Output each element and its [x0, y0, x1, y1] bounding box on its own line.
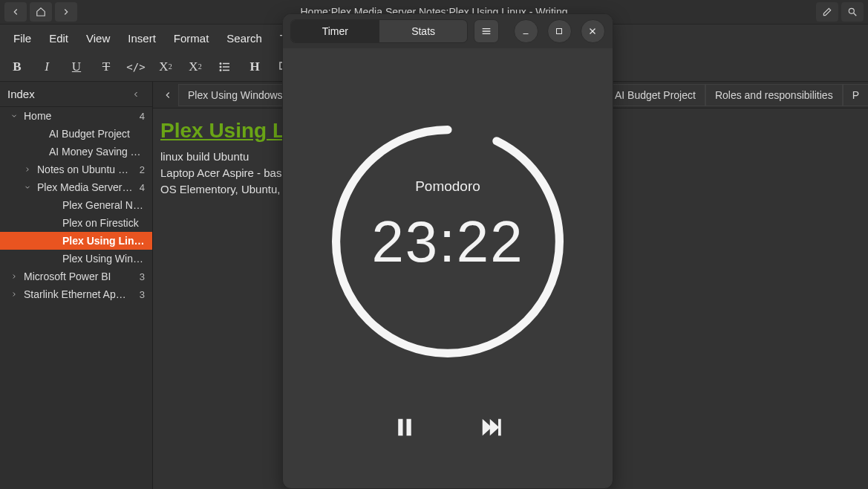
tree-label: Home: [24, 110, 135, 122]
tree-label: Microsoft Power BI: [24, 271, 135, 282]
nav-home-button[interactable]: [30, 2, 52, 22]
hamburger-button[interactable]: [474, 19, 498, 43]
tree-label: AI Money Saving T…: [49, 146, 145, 158]
skip-button[interactable]: [476, 412, 506, 442]
tree-row[interactable]: Plex on Firestick: [0, 214, 152, 232]
edit-mode-button[interactable]: [816, 2, 838, 22]
chevron-down-icon[interactable]: [9, 111, 19, 121]
svg-rect-14: [557, 29, 562, 34]
menu-search[interactable]: Search: [219, 29, 270, 48]
svg-line-1: [854, 13, 857, 16]
minimize-button[interactable]: [514, 19, 538, 43]
italic-button[interactable]: I: [36, 56, 58, 78]
svg-rect-20: [407, 419, 411, 436]
bold-button[interactable]: B: [6, 56, 28, 78]
tree-label: Starlink Ethernet Ap…: [24, 288, 135, 300]
maximize-button[interactable]: [547, 19, 572, 43]
menu-file[interactable]: File: [6, 29, 39, 48]
code-button[interactable]: </>: [125, 56, 147, 78]
strikethrough-button[interactable]: T: [95, 56, 117, 78]
close-button[interactable]: [581, 19, 605, 43]
svg-point-7: [220, 69, 221, 71]
tree-row[interactable]: Plex General No…: [0, 196, 152, 214]
chevron-right-icon[interactable]: [9, 271, 19, 282]
tree-row[interactable]: Microsoft Power BI3: [0, 268, 152, 285]
svg-rect-23: [498, 419, 501, 436]
underline-button[interactable]: U: [65, 56, 88, 78]
tree-row[interactable]: AI Budget Project: [0, 125, 152, 143]
menu-edit[interactable]: Edit: [42, 29, 76, 48]
tabstrip-back-button[interactable]: [157, 84, 178, 106]
chevron-down-icon[interactable]: [22, 182, 33, 192]
tree-row[interactable]: Notes on Ubuntu P…2: [0, 161, 152, 178]
svg-point-5: [220, 62, 221, 64]
chevron-right-icon[interactable]: [9, 289, 19, 299]
tree-row[interactable]: AI Money Saving T…: [0, 143, 152, 161]
tree-row[interactable]: Plex Media Server …4: [0, 178, 152, 196]
pomodoro-tabs: Timer Stats: [290, 19, 468, 43]
tree-label: Plex Using Linux: [62, 235, 145, 247]
tab-partial[interactable]: P: [843, 84, 868, 106]
tree-label: AI Budget Project: [49, 128, 145, 140]
list-button[interactable]: [214, 56, 236, 78]
tab-budget[interactable]: AI Budget Project: [605, 84, 705, 106]
tree-row[interactable]: Plex Using Linux: [0, 232, 152, 250]
tab-timer[interactable]: Timer: [291, 20, 379, 42]
nav-back-button[interactable]: [4, 2, 27, 22]
tree-label: Plex on Firestick: [62, 217, 145, 229]
sidebar-title: Index: [7, 88, 35, 100]
search-button[interactable]: [841, 2, 864, 22]
svg-point-6: [220, 66, 221, 68]
tree-row[interactable]: Starlink Ethernet Ap…3: [0, 285, 152, 303]
svg-rect-19: [398, 419, 402, 436]
tree-count: 3: [140, 271, 145, 282]
subscript-button[interactable]: X2: [154, 56, 177, 78]
timer-ring: Pomodoro 23:22: [329, 123, 567, 360]
tree-label: Plex Media Server …: [37, 181, 135, 193]
tree-label: Plex General No…: [62, 199, 145, 211]
menu-insert[interactable]: Insert: [120, 29, 163, 48]
svg-point-0: [849, 8, 854, 13]
nav-forward-button[interactable]: [55, 2, 77, 22]
sidebar-header: Index: [0, 82, 152, 107]
tree-count: 4: [140, 182, 145, 193]
chevron-right-icon[interactable]: [22, 164, 33, 175]
sidebar-tree: Home4AI Budget ProjectAI Money Saving T……: [0, 107, 152, 489]
svg-marker-22: [490, 419, 500, 436]
heading-button[interactable]: H: [244, 56, 266, 78]
sidebar: Index Home4AI Budget ProjectAI Money Sav…: [0, 82, 153, 489]
tab-roles[interactable]: Roles and responsibilities: [705, 84, 843, 106]
pause-button[interactable]: [390, 412, 420, 442]
tree-row[interactable]: Plex Using Wind…: [0, 250, 152, 268]
superscript-button[interactable]: X2: [184, 56, 206, 78]
tree-row[interactable]: Home4: [0, 107, 152, 125]
pomodoro-header: Timer Stats: [283, 14, 613, 48]
timer-label: Pomodoro: [415, 178, 480, 195]
sidebar-collapse-button[interactable]: [127, 85, 145, 103]
tree-count: 4: [140, 111, 145, 122]
tree-count: 3: [140, 289, 145, 300]
menu-format[interactable]: Format: [166, 29, 217, 48]
tab-stats[interactable]: Stats: [379, 20, 468, 42]
menu-view[interactable]: View: [79, 29, 117, 48]
tree-label: Notes on Ubuntu P…: [37, 163, 135, 175]
pomodoro-window: Timer Stats Pomodoro 23:22: [282, 13, 613, 489]
pomodoro-body: Pomodoro 23:22: [283, 48, 613, 488]
tree-label: Plex Using Wind…: [62, 253, 145, 265]
timer-time: 23:22: [371, 208, 523, 276]
tree-count: 2: [140, 164, 145, 175]
